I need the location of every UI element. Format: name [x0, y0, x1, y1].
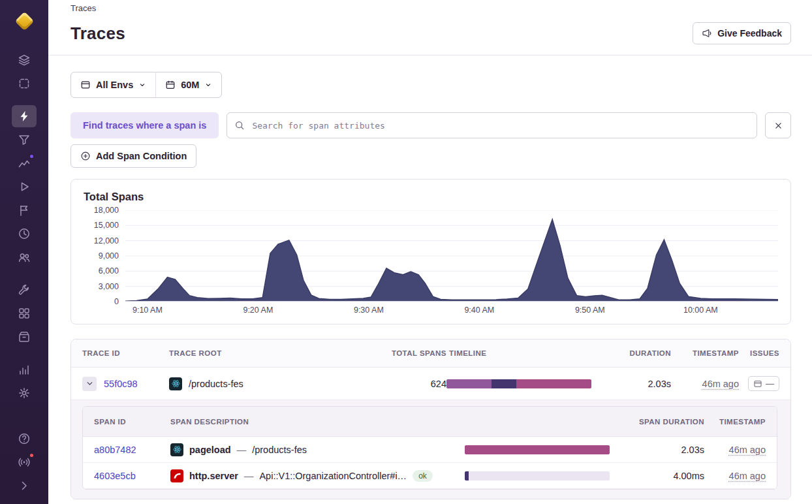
col-span-timestamp: TIMESTAMP — [704, 418, 766, 426]
releases-icon[interactable] — [12, 326, 37, 348]
trace-timeline-bar — [446, 379, 591, 388]
issues-count: — — [766, 379, 774, 388]
time-range-selector[interactable]: 60M — [155, 72, 221, 97]
page-filter-group: All Envs 60M — [70, 72, 222, 98]
help-icon[interactable] — [12, 428, 37, 450]
span-description: /products-fes — [252, 445, 307, 455]
traces-table-header: TRACE ID TRACE ROOT TOTAL SPANS TIMELINE… — [71, 339, 790, 368]
add-span-condition-label: Add Span Condition — [96, 151, 187, 161]
performance-traces-icon[interactable] — [12, 105, 37, 127]
notification-dot — [29, 452, 35, 458]
col-trace-root: TRACE ROOT — [169, 349, 384, 357]
chart-x-axis: 9:10 AM9:20 AM9:30 AM9:40 AM9:50 AM10:00… — [125, 302, 778, 317]
col-timeline: TIMELINE — [446, 349, 611, 357]
filters-icon[interactable] — [12, 129, 37, 151]
x-tick-label: 9:50 AM — [575, 306, 605, 315]
col-span-id: SPAN ID — [94, 418, 170, 426]
page-header: Traces Traces Give Feedback — [48, 0, 812, 55]
span-timestamp: 46m ago — [729, 471, 766, 481]
give-feedback-button[interactable]: Give Feedback — [693, 22, 791, 44]
clear-search-button[interactable] — [765, 112, 791, 138]
total-spans-chart-panel: Total Spans 03,0006,0009,00012,00015,000… — [70, 179, 791, 324]
span-id-link[interactable]: 4603e5cb — [94, 471, 136, 481]
add-span-condition-button[interactable]: Add Span Condition — [70, 144, 196, 168]
spans-subtable-header: SPAN ID SPAN DESCRIPTION SPAN DURATION T… — [83, 407, 777, 437]
span-op: pageload — [189, 445, 231, 455]
main-content: Traces Traces Give Feedback All Envs 60M… — [48, 0, 812, 504]
span-timeline-bar — [465, 445, 610, 454]
span-search-input[interactable] — [226, 112, 757, 138]
issues-icon[interactable] — [12, 49, 37, 71]
y-tick-label: 15,000 — [94, 221, 119, 230]
separator: — — [237, 445, 247, 455]
feedback-icon[interactable] — [12, 199, 37, 221]
settings-icon[interactable] — [12, 382, 37, 404]
span-timeline-bar — [465, 471, 610, 480]
col-total-spans: TOTAL SPANS — [384, 349, 446, 357]
environment-label: All Envs — [96, 80, 133, 90]
chart-title: Total Spans — [84, 191, 778, 203]
app-logo[interactable] — [11, 8, 37, 34]
teams-icon[interactable] — [12, 246, 37, 268]
col-span-duration: SPAN DURATION — [610, 418, 704, 426]
x-tick-label: 9:40 AM — [464, 306, 494, 315]
trace-timestamp: 46m ago — [702, 379, 739, 389]
span-id-link[interactable]: a80b7482 — [94, 445, 136, 455]
span-row: a80b7482 pageload — /products-fes 2.03s … — [83, 437, 777, 463]
breadcrumb[interactable]: Traces — [70, 3, 791, 13]
insights-icon[interactable] — [12, 152, 37, 174]
span-description: Api::V1::OrganizationController#i… — [259, 471, 407, 481]
plus-circle-icon — [80, 151, 91, 161]
environment-selector[interactable]: All Envs — [71, 72, 155, 97]
separator: — — [244, 471, 254, 481]
tools-icon[interactable] — [12, 279, 37, 301]
col-timestamp: TIMESTAMP — [671, 349, 739, 357]
status-badge: ok — [413, 470, 433, 482]
col-issues: ISSUES — [739, 349, 779, 357]
x-tick-label: 9:20 AM — [243, 306, 273, 315]
chevron-down-icon — [86, 379, 94, 388]
whats-new-icon[interactable] — [12, 451, 37, 473]
megaphone-icon — [702, 28, 712, 39]
y-tick-label: 6,000 — [99, 266, 119, 276]
chevron-down-icon — [204, 81, 212, 89]
x-icon — [773, 121, 783, 131]
projects-icon[interactable] — [12, 72, 37, 95]
notification-dot — [29, 153, 35, 159]
y-tick-label: 12,000 — [94, 236, 119, 245]
crons-icon[interactable] — [12, 223, 37, 245]
sidebar — [0, 0, 48, 504]
y-tick-label: 3,000 — [99, 282, 119, 291]
trace-id-link[interactable]: 55f0c98 — [104, 379, 138, 389]
search-icon — [234, 120, 245, 131]
replays-icon[interactable] — [12, 176, 37, 198]
chart-plot-area — [125, 210, 778, 302]
sidebar-bottom-nav — [12, 427, 37, 497]
trace-row: 55f0c98 /products-fes 624 2.03s 46m ago … — [71, 368, 790, 400]
find-traces-pill: Find traces where a span is — [70, 112, 219, 138]
collapse-sidebar-icon[interactable] — [12, 475, 37, 497]
window-icon — [753, 379, 762, 388]
react-icon — [169, 377, 182, 390]
trace-root-name: /products-fes — [189, 379, 243, 389]
stats-icon[interactable] — [12, 358, 37, 381]
col-span-description: SPAN DESCRIPTION — [170, 418, 465, 426]
filter-bar: All Envs 60M — [70, 72, 791, 98]
col-duration: DURATION — [611, 349, 671, 357]
chevron-down-icon — [138, 81, 146, 89]
span-duration: 4.00ms — [610, 471, 704, 481]
span-query-row: Find traces where a span is — [70, 112, 791, 138]
chart-y-axis: 03,0006,0009,00012,00015,00018,000 — [84, 210, 125, 302]
trace-duration: 2.03s — [611, 379, 671, 389]
y-tick-label: 0 — [114, 297, 119, 306]
dashboards-icon[interactable] — [12, 302, 37, 324]
react-icon — [170, 443, 183, 456]
total-spans-value: 624 — [384, 379, 446, 389]
collapse-row-button[interactable] — [82, 377, 97, 391]
x-tick-label: 9:30 AM — [354, 306, 384, 315]
issues-button[interactable]: — — [748, 376, 779, 391]
window-icon — [80, 80, 91, 90]
time-range-label: 60M — [181, 80, 199, 90]
span-row: 4603e5cb http.server — Api::V1::Organiza… — [83, 463, 777, 489]
sidebar-nav — [12, 48, 37, 414]
